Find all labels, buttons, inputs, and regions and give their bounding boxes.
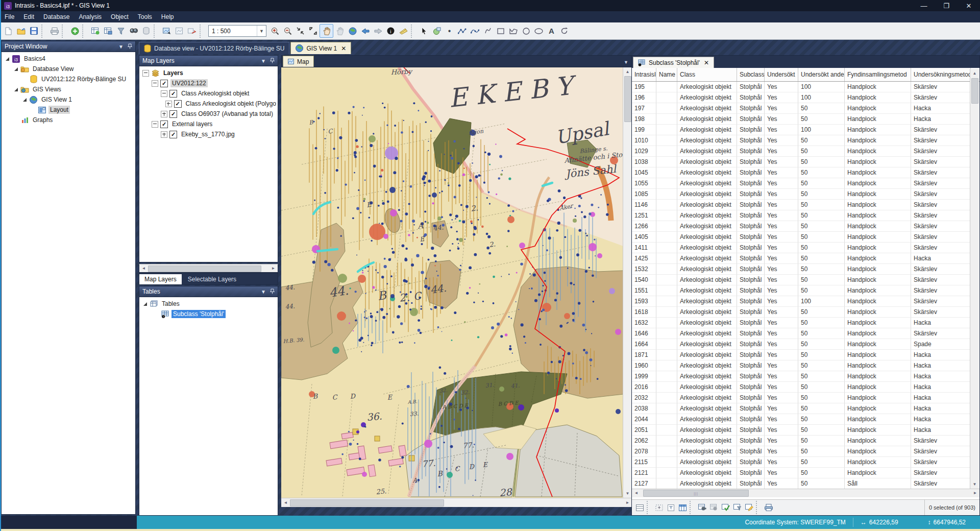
table-vscrollbar[interactable]: ▲ ▼ [970, 69, 979, 489]
scroll-right-icon[interactable]: ► [624, 499, 631, 506]
table-row[interactable]: 198Arkeologiskt objektStolphålYes50Handp… [632, 114, 979, 125]
scroll-thumb[interactable] [971, 78, 978, 104]
table-row[interactable]: 2032Arkeologiskt objektStolphålYes50Hand… [632, 393, 979, 403]
table-row[interactable]: 195Arkeologiskt objektStolphålYes100Hand… [632, 82, 979, 92]
open-project-button[interactable] [15, 25, 28, 37]
table-row[interactable]: 1618Arkeologiskt objektStolphålYes50Hand… [632, 307, 979, 318]
panel-menu-icon[interactable]: ▼ [261, 289, 266, 295]
project-tree-item[interactable]: GIS View 1 [2, 94, 135, 105]
layer-checkbox[interactable]: ✓ [160, 80, 168, 87]
table-row[interactable]: 1251Arkeologiskt objektStolphålYes50Hand… [632, 210, 979, 221]
layer-checkbox[interactable]: ✓ [169, 131, 177, 138]
pin-icon[interactable] [128, 43, 132, 50]
expander-icon[interactable] [142, 70, 149, 77]
layer-tree-item[interactable]: ✓Class O69037 (Avbanad yta total) [139, 109, 278, 119]
column-header[interactable]: Undersökningsmetod [911, 68, 971, 81]
menu-file[interactable]: File [0, 11, 19, 22]
table-row[interactable]: 1540Arkeologiskt objektStolphålYes50Hand… [632, 275, 979, 285]
filter-table-button[interactable] [114, 25, 127, 37]
zoom-extent-button[interactable] [294, 25, 307, 37]
expander-icon[interactable] [152, 121, 158, 128]
table-row[interactable]: 1010Arkeologiskt objektStolphålYes50Hand… [632, 135, 979, 146]
expander-icon[interactable] [161, 111, 167, 117]
scroll-left-icon[interactable]: ◄ [140, 266, 147, 271]
column-header[interactable]: Subclass [737, 68, 765, 81]
scale-dropdown-icon[interactable]: ▼ [257, 26, 266, 36]
table-row[interactable]: 1646Arkeologiskt objektStolphålYes50Hand… [632, 328, 979, 339]
column-header[interactable]: Undersökt [765, 68, 798, 81]
table-row[interactable]: 1999Arkeologiskt objektStolphålYes50Hand… [632, 371, 979, 382]
zoom-out-button[interactable] [281, 25, 294, 37]
layer-tree-item[interactable]: ✓UV2012:122 [139, 78, 278, 88]
project-tree-item[interactable]: Graphs [2, 115, 135, 125]
scroll-down-icon[interactable]: ▼ [624, 490, 631, 497]
map-link-button[interactable] [186, 25, 199, 37]
menu-tools[interactable]: Tools [133, 11, 157, 22]
close-button[interactable]: ✕ [958, 0, 980, 11]
table-row[interactable]: 199Arkeologiskt objektStolphålYes100Hand… [632, 125, 979, 135]
print-table-button[interactable] [763, 502, 774, 513]
globe-view-button[interactable] [346, 25, 359, 37]
project-tree-item[interactable]: GIS Views [2, 84, 135, 94]
project-tree-item[interactable]: Layout [2, 105, 135, 115]
panel-menu-icon[interactable]: ▼ [118, 44, 124, 50]
scroll-thumb[interactable]: ||| [643, 490, 749, 497]
back-button[interactable] [359, 25, 372, 37]
maximize-button[interactable]: ❐ [935, 0, 958, 11]
table-row[interactable]: 1405Arkeologiskt objektStolphålYes50Hand… [632, 232, 979, 243]
table-row[interactable]: 2016Arkeologiskt objektStolphålYes50Hand… [632, 382, 979, 393]
filter-rows-button[interactable] [666, 502, 676, 513]
find-in-table-button[interactable] [697, 502, 707, 513]
map-canvas[interactable]: HörbyEKEBYUpsalBälinge s.Afmätte och i S… [281, 67, 623, 498]
table-row[interactable]: 1146Arkeologiskt objektStolphålYes50Hand… [632, 200, 979, 210]
validate-table-button[interactable] [720, 502, 731, 513]
table-row[interactable]: 1551Arkeologiskt objektStolphålYes50Hand… [632, 285, 979, 296]
layer-tree-item[interactable]: Layers [139, 68, 278, 78]
table-row[interactable]: 1045Arkeologiskt objektStolphålYes50Hand… [632, 167, 979, 178]
draw-text-button[interactable]: A [545, 25, 558, 37]
scroll-thumb[interactable] [148, 266, 261, 272]
menu-help[interactable]: Help [157, 11, 179, 22]
table-row[interactable]: 2121Arkeologiskt objektStolphålYes50Hand… [632, 468, 979, 478]
pan-zoom-button[interactable] [333, 25, 346, 37]
draw-polygon-button[interactable] [507, 25, 520, 37]
scroll-up-icon[interactable]: ▲ [971, 70, 978, 77]
scroll-up-icon[interactable]: ▲ [624, 68, 631, 75]
save-button[interactable] [28, 25, 40, 37]
search-objects-button[interactable] [127, 25, 140, 37]
select-cursor-button[interactable] [418, 25, 430, 37]
filter-table-button[interactable] [732, 502, 743, 513]
table-row[interactable]: 1266Arkeologiskt objektStolphålYes50Hand… [632, 221, 979, 232]
close-tab-icon[interactable]: ✕ [704, 59, 709, 66]
table-row[interactable]: 2038Arkeologiskt objektStolphålYes50Hand… [632, 403, 979, 414]
column-header[interactable]: Fyndinsamlingsmetod [845, 68, 911, 81]
draw-rectangle-button[interactable] [494, 25, 507, 37]
column-header[interactable]: Undersökt andel [798, 68, 845, 81]
column-header[interactable]: IntrasisId [632, 68, 656, 81]
table-row[interactable]: 1871Arkeologiskt objektStolphålYes50Hand… [632, 350, 979, 360]
draw-circle-button[interactable] [520, 25, 532, 37]
project-tree-item[interactable]: UV2012:122 Rörby-Bälinge SU [2, 74, 135, 84]
expander-icon[interactable] [14, 88, 18, 91]
table-row[interactable]: 1038Arkeologiskt objektStolphålYes50Hand… [632, 157, 979, 167]
table-view-button[interactable] [102, 25, 114, 37]
expander-icon[interactable] [161, 90, 167, 97]
rotate-tool-button[interactable] [558, 25, 571, 37]
add-object-button[interactable] [68, 25, 81, 37]
expander-icon[interactable] [23, 98, 27, 102]
panel-menu-icon[interactable]: ▼ [261, 58, 266, 64]
table-mode-button[interactable] [634, 502, 645, 513]
map-vscrollbar[interactable]: ▲ ▼ [623, 67, 632, 498]
table-row[interactable]: 2044Arkeologiskt objektStolphålYes50Hand… [632, 414, 979, 425]
table-fill-button[interactable] [677, 502, 688, 513]
menu-object[interactable]: Object [106, 11, 133, 22]
expander-icon[interactable] [14, 67, 18, 71]
table-row[interactable]: 2115Arkeologiskt objektStolphålYes50Hand… [632, 457, 979, 468]
expander-icon[interactable] [165, 101, 172, 107]
table-properties-button[interactable] [744, 502, 754, 513]
draw-freehand-button[interactable] [481, 25, 494, 37]
scroll-thumb[interactable] [624, 76, 631, 122]
tables-item-row[interactable]: i Subclass 'Stolphål' [139, 309, 278, 319]
layer-tree-item[interactable]: ✓Class Arkeologiskt objekt [139, 88, 278, 99]
layer-checkbox[interactable]: ✓ [169, 110, 177, 118]
